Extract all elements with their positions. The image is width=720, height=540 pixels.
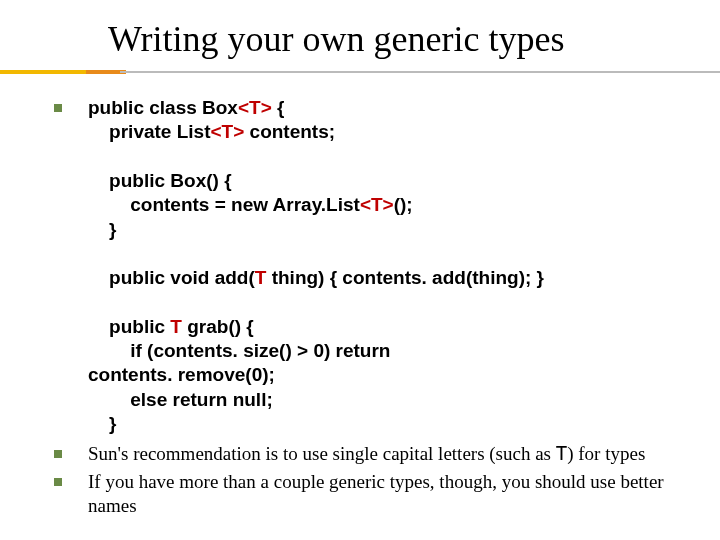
code-highlight: <T> — [238, 97, 272, 118]
code-text: public Box() { — [88, 170, 232, 191]
code-text: public void add( — [88, 267, 255, 288]
header-underline — [0, 69, 720, 74]
slide-body: public class Box<T> { private List<T> co… — [0, 74, 720, 518]
bullet-item-note: If you have more than a couple generic t… — [50, 470, 670, 518]
code-text: if (contents. size() > 0) return — [88, 340, 390, 361]
note-part: ) for types — [567, 443, 645, 464]
note-text: Sun's recommendation is to use single ca… — [88, 442, 645, 466]
bullet-icon — [54, 478, 62, 486]
bullet-item-note: Sun's recommendation is to use single ca… — [50, 442, 670, 466]
code-text: else return null; — [88, 389, 273, 410]
code-text: thing) { contents. add(thing); } — [266, 267, 544, 288]
code-text: } — [88, 413, 117, 434]
code-highlight: T — [255, 267, 267, 288]
code-text: (); — [394, 194, 413, 215]
accent-gray — [120, 71, 720, 73]
note-text: If you have more than a couple generic t… — [88, 470, 670, 518]
bullet-icon — [54, 450, 62, 458]
code-text: contents; — [244, 121, 335, 142]
code-highlight: T — [170, 316, 182, 337]
code-text: public — [88, 316, 170, 337]
bullet-item-code: public class Box<T> { private List<T> co… — [50, 96, 670, 436]
code-sample: public class Box<T> { private List<T> co… — [88, 96, 544, 436]
code-text: contents = new Array.List — [88, 194, 360, 215]
slide-title: Writing your own generic types — [108, 18, 720, 60]
code-highlight: <T> — [210, 121, 244, 142]
code-text: contents. remove(0); — [88, 364, 275, 385]
slide-header: Writing your own generic types — [0, 0, 720, 74]
code-highlight: <T> — [360, 194, 394, 215]
code-text: private List — [88, 121, 210, 142]
code-text: { — [272, 97, 285, 118]
code-text: public class Box — [88, 97, 238, 118]
code-text: } — [88, 219, 117, 240]
bullet-icon — [54, 104, 62, 112]
note-code-literal: T — [556, 442, 567, 464]
accent-yellow — [0, 70, 90, 74]
code-text: grab() { — [182, 316, 254, 337]
note-part: Sun's recommendation is to use single ca… — [88, 443, 556, 464]
